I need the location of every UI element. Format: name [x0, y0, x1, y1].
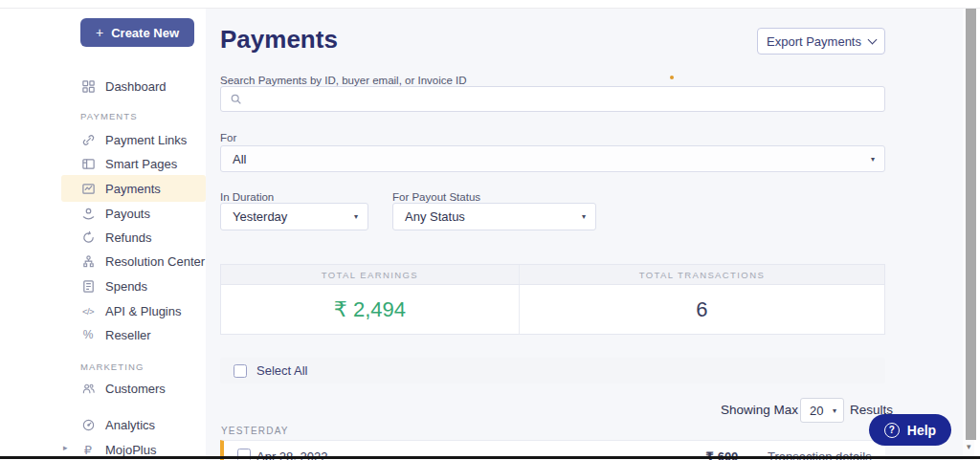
- total-earnings-header: TOTAL EARNINGS: [221, 265, 520, 284]
- sidebar-item-dashboard[interactable]: Dashboard: [80, 75, 167, 98]
- sidebar-item-refunds[interactable]: Refunds: [80, 226, 151, 249]
- caret-down-icon: ▾: [582, 212, 586, 221]
- showing-max-label: Showing Max: [721, 403, 798, 417]
- sidebar-item-resolution-center[interactable]: Resolution Center: [80, 250, 205, 273]
- dashboard-icon: [80, 78, 96, 94]
- payout-status-filter-label: For Payout Status: [392, 191, 480, 203]
- sidebar-item-label: Resolution Center: [105, 254, 205, 269]
- sidebar-item-label: Spends: [105, 279, 147, 294]
- sidebar-item-payments[interactable]: Payments: [80, 177, 161, 200]
- refund-arrow-icon: [80, 230, 96, 245]
- sidebar-item-payment-links[interactable]: Payment Links: [80, 128, 187, 151]
- window-bottom-edge: [0, 456, 980, 459]
- question-circle-icon: ?: [884, 423, 900, 438]
- sidebar: + Create New Dashboard PAYMENTS Payment …: [0, 9, 206, 460]
- sidebar-section-payments: PAYMENTS: [80, 111, 138, 121]
- sidebar-item-label: API & Plugins: [105, 304, 182, 318]
- search-box[interactable]: [220, 86, 885, 112]
- sidebar-item-label: Smart Pages: [105, 157, 177, 171]
- sidebar-item-smart-pages[interactable]: Smart Pages: [80, 152, 177, 175]
- select-all-bar: Select All: [220, 358, 885, 383]
- select-all-checkbox[interactable]: [234, 364, 247, 378]
- payout-hand-icon: [80, 206, 96, 221]
- customers-icon: [80, 381, 96, 396]
- caret-down-icon: ▾: [833, 406, 836, 415]
- total-earnings-value: ₹ 2,494: [221, 285, 520, 334]
- max-results-value: 20: [810, 404, 823, 418]
- chart-icon: [80, 181, 96, 196]
- sidebar-section-marketing: MARKETING: [80, 361, 144, 372]
- page-icon: [80, 156, 96, 171]
- for-filter-label: For: [220, 132, 236, 143]
- sidebar-item-label: Refunds: [105, 230, 151, 245]
- notification-dot: [670, 76, 674, 79]
- scrollbar-thumb[interactable]: [966, 9, 976, 440]
- link-icon: [80, 132, 96, 147]
- select-all-label: Select All: [256, 363, 307, 378]
- sidebar-item-analytics[interactable]: Analytics: [80, 413, 155, 436]
- duration-filter-select[interactable]: Yesterday ▾: [220, 203, 368, 230]
- caret-down-icon: ▾: [871, 155, 875, 164]
- receipt-icon: [80, 278, 96, 294]
- gauge-icon: [80, 417, 96, 432]
- search-icon: [230, 93, 242, 105]
- sidebar-item-reseller[interactable]: % Reseller: [80, 323, 151, 346]
- caret-down-icon: ▾: [354, 212, 358, 221]
- help-label: Help: [907, 423, 936, 438]
- sidebar-item-payouts[interactable]: Payouts: [80, 202, 150, 225]
- chevron-down-icon: [868, 34, 878, 44]
- duration-filter-label: In Duration: [220, 191, 274, 203]
- payout-status-filter-value: Any Status: [405, 209, 465, 224]
- sidebar-item-label: Dashboard: [105, 79, 167, 94]
- help-button[interactable]: ? Help: [869, 414, 951, 446]
- summary-table: TOTAL EARNINGS TOTAL TRANSACTIONS ₹ 2,49…: [220, 264, 885, 335]
- plus-icon: +: [96, 25, 103, 40]
- total-transactions-header: TOTAL TRANSACTIONS: [520, 265, 884, 284]
- org-chart-icon: [80, 253, 96, 269]
- scrollbar-down-icon[interactable]: ▾: [967, 442, 971, 451]
- sidebar-item-api-plugins[interactable]: </> API & Plugins: [80, 299, 182, 322]
- for-filter-select[interactable]: All ▾: [220, 145, 885, 172]
- for-filter-value: All: [233, 152, 246, 166]
- search-input[interactable]: [249, 91, 876, 107]
- create-new-button[interactable]: + Create New: [80, 18, 194, 47]
- sidebar-item-label: Reseller: [105, 328, 151, 342]
- sidebar-item-label: Customers: [105, 382, 166, 396]
- mojoplus-icon: ₽: [80, 442, 96, 457]
- sidebar-item-label: MojoPlus: [105, 443, 156, 457]
- export-payments-button[interactable]: Export Payments: [757, 28, 885, 55]
- search-label: Search Payments by ID, buyer email, or I…: [220, 75, 467, 86]
- total-transactions-value: 6: [520, 285, 884, 334]
- sidebar-item-label: Payments: [105, 182, 161, 196]
- expand-caret-icon[interactable]: ▸: [63, 443, 68, 452]
- create-new-label: Create New: [111, 26, 179, 40]
- sidebar-item-spends[interactable]: Spends: [80, 274, 147, 297]
- group-header-yesterday: YESTERDAY: [221, 426, 289, 436]
- sidebar-item-label: Analytics: [105, 418, 155, 432]
- sidebar-item-label: Payment Links: [105, 133, 187, 147]
- payout-status-filter-select[interactable]: Any Status ▾: [392, 203, 596, 230]
- sidebar-item-customers[interactable]: Customers: [80, 377, 166, 400]
- payments-dashboard-screen: + Create New Dashboard PAYMENTS Payment …: [0, 0, 980, 460]
- duration-filter-value: Yesterday: [233, 209, 287, 224]
- max-results-select[interactable]: 20 ▾: [800, 398, 844, 423]
- export-payments-label: Export Payments: [767, 34, 861, 49]
- sidebar-item-label: Payouts: [105, 207, 150, 221]
- page-title: Payments: [220, 25, 338, 55]
- percent-icon: %: [80, 327, 96, 342]
- code-icon: </>: [80, 303, 96, 318]
